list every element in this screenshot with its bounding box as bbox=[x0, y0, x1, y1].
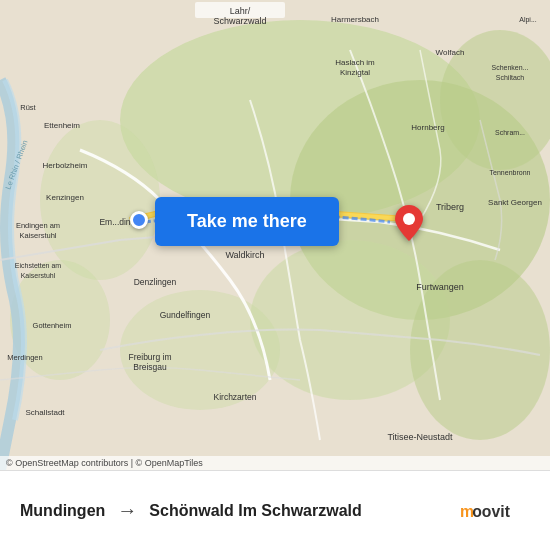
svg-text:Haslach im: Haslach im bbox=[335, 58, 375, 67]
svg-text:Triberg: Triberg bbox=[436, 202, 464, 212]
svg-text:Freiburg im: Freiburg im bbox=[129, 352, 172, 362]
svg-text:Lahr/: Lahr/ bbox=[230, 6, 251, 16]
svg-text:Rüst: Rüst bbox=[20, 103, 36, 112]
destination-marker bbox=[395, 205, 423, 245]
svg-text:Harmersbach: Harmersbach bbox=[331, 15, 379, 24]
svg-text:Schram...: Schram... bbox=[495, 129, 525, 136]
svg-text:Waldkirch: Waldkirch bbox=[225, 250, 264, 260]
map-container: Lahr/ Schwarzwald Harmersbach Haslach im… bbox=[0, 0, 550, 470]
svg-text:Titisee-Neustadt: Titisee-Neustadt bbox=[387, 432, 453, 442]
svg-text:Ettenheim: Ettenheim bbox=[44, 121, 80, 130]
from-location: Mundingen bbox=[20, 502, 105, 520]
to-location: Schönwald Im Schwarzwald bbox=[149, 502, 362, 520]
arrow-icon: → bbox=[117, 499, 137, 522]
svg-text:Kaiserstuhl: Kaiserstuhl bbox=[21, 272, 56, 279]
svg-text:Em...din: Em...din bbox=[99, 217, 130, 227]
svg-text:oovit: oovit bbox=[472, 503, 510, 520]
svg-text:Kenzingen: Kenzingen bbox=[46, 193, 84, 202]
svg-text:Sankt Georgen: Sankt Georgen bbox=[488, 198, 542, 207]
svg-text:Alpi...: Alpi... bbox=[519, 16, 537, 24]
svg-point-45 bbox=[403, 213, 415, 225]
svg-text:Tennenbronn: Tennenbronn bbox=[490, 169, 531, 176]
svg-text:Furtwangen: Furtwangen bbox=[416, 282, 464, 292]
map-attribution: © OpenStreetMap contributors | © OpenMap… bbox=[0, 456, 550, 470]
svg-text:Eichstetten am: Eichstetten am bbox=[15, 262, 61, 269]
svg-text:Schenken...: Schenken... bbox=[492, 64, 529, 71]
origin-marker bbox=[130, 211, 148, 229]
svg-text:Schwarzwald: Schwarzwald bbox=[213, 16, 266, 26]
svg-text:Merdingen: Merdingen bbox=[7, 353, 42, 362]
svg-text:Endingen am: Endingen am bbox=[16, 221, 60, 230]
svg-text:Gottenheim: Gottenheim bbox=[33, 321, 72, 330]
svg-text:Kaiserstuhl: Kaiserstuhl bbox=[19, 231, 56, 240]
svg-text:Hornberg: Hornberg bbox=[411, 123, 444, 132]
svg-text:Wolfach: Wolfach bbox=[436, 48, 465, 57]
take-me-there-button[interactable]: Take me there bbox=[155, 197, 339, 246]
moovit-logo: m oovit bbox=[460, 496, 530, 526]
bottom-bar: Mundingen → Schönwald Im Schwarzwald m o… bbox=[0, 470, 550, 550]
svg-text:Breisgau: Breisgau bbox=[133, 362, 167, 372]
svg-text:Schallstadt: Schallstadt bbox=[25, 408, 65, 417]
route-info: Mundingen → Schönwald Im Schwarzwald bbox=[20, 499, 460, 522]
svg-text:Kirchzarten: Kirchzarten bbox=[214, 392, 257, 402]
svg-text:Kinzigtal: Kinzigtal bbox=[340, 68, 370, 77]
svg-text:Schiltach: Schiltach bbox=[496, 74, 525, 81]
svg-text:Gundelfingen: Gundelfingen bbox=[160, 310, 211, 320]
svg-text:Denzlingen: Denzlingen bbox=[134, 277, 177, 287]
svg-text:Herbolzheim: Herbolzheim bbox=[43, 161, 88, 170]
